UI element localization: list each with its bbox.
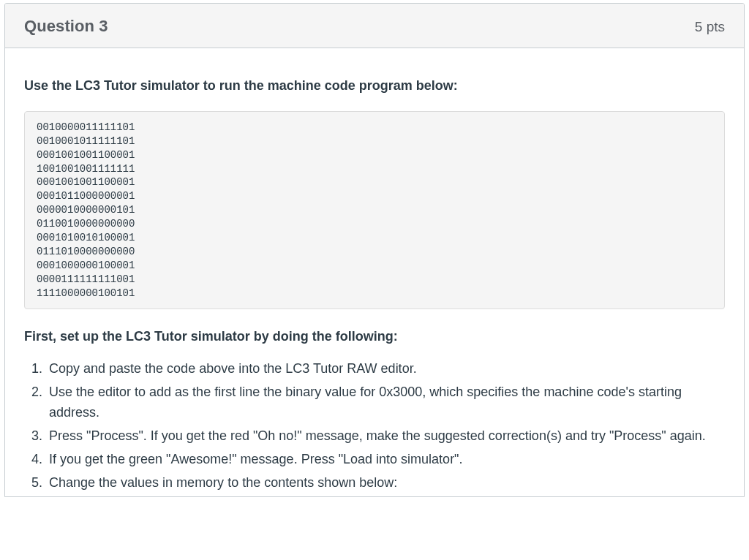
question-title: Question 3 [24, 17, 108, 36]
question-header: Question 3 5 pts [5, 4, 744, 48]
list-item: Use the editor to add as the first line … [46, 382, 725, 423]
sub-prompt-text: First, set up the LC3 Tutor simulator by… [24, 327, 725, 347]
steps-list: Copy and paste the code above into the L… [24, 359, 725, 493]
prompt-text: Use the LC3 Tutor simulator to run the m… [24, 76, 725, 97]
list-item: If you get the green "Awesome!" message.… [46, 450, 725, 470]
list-item: Press "Process". If you get the red "Oh … [46, 426, 725, 447]
question-card: Question 3 5 pts Use the LC3 Tutor simul… [4, 3, 745, 497]
list-item: Change the values in memory to the conte… [46, 473, 725, 493]
list-item: Copy and paste the code above into the L… [46, 359, 725, 379]
question-body: Use the LC3 Tutor simulator to run the m… [5, 48, 744, 493]
page: Question 3 5 pts Use the LC3 Tutor simul… [0, 3, 749, 560]
code-block[interactable]: 0010000011111101 0010001011111101 000100… [24, 111, 725, 310]
question-points: 5 pts [695, 19, 725, 35]
